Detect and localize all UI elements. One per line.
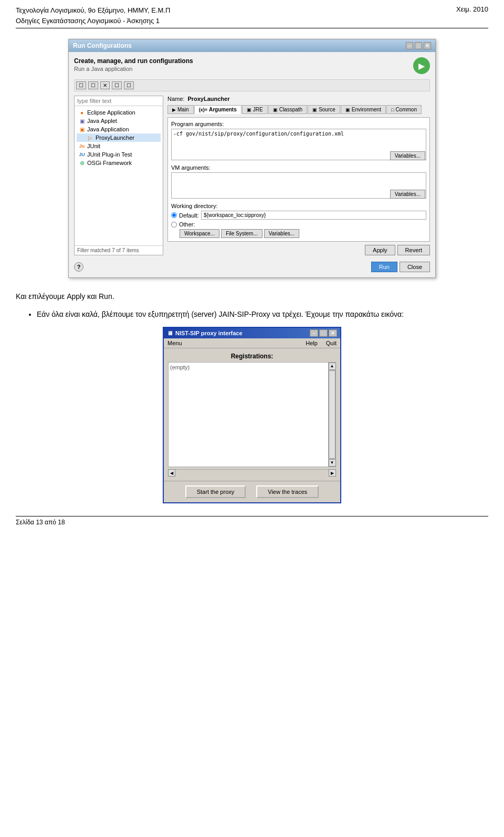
nist-title: NIST-SIP proxy interface [175, 330, 243, 336]
osgi-label: OSGi Framework [87, 160, 132, 166]
other-radio[interactable] [171, 222, 177, 228]
hscroll-right-arrow[interactable]: ▶ [329, 469, 336, 477]
tree-item-eclipse-app[interactable]: ● Eclipse Application [77, 108, 161, 117]
tab-classpath[interactable]: ▣ Classpath [268, 105, 307, 114]
java-applet-label: Java Applet [87, 118, 117, 124]
workspace-button[interactable]: Workspace... [180, 229, 219, 238]
tab-environment[interactable]: ▣ Environment [341, 105, 386, 114]
bullet-list: Εάν όλα είναι καλά, βλέπουμε τον εξυπηρε… [37, 308, 488, 320]
scroll-thumb[interactable] [329, 370, 335, 459]
new-config-button[interactable]: ☐ [76, 81, 86, 89]
del-config-button[interactable]: ✕ [100, 81, 110, 89]
titlebar-buttons: ─ □ ✕ [406, 42, 431, 49]
view-traces-button[interactable]: View the traces [256, 485, 319, 498]
variables-btn-1[interactable]: Variables... [390, 151, 425, 160]
tab-environment-label: Environment [352, 107, 381, 112]
dialog-subtitle2: Run a Java application [74, 66, 193, 72]
filesystem-button[interactable]: File System... [221, 229, 262, 238]
tab-arguments-label: Arguments [209, 107, 237, 112]
tab-main[interactable]: ▶ Main [167, 105, 194, 114]
hscroll-left-arrow[interactable]: ◀ [168, 469, 175, 477]
header-right: Χειμ. 2010 [456, 5, 488, 13]
java-applet-icon: ▣ [79, 118, 85, 124]
vm-args-input[interactable] [171, 172, 426, 199]
nist-minimize-btn[interactable]: ─ [310, 329, 318, 337]
prog-args-wrapper: -cf gov/nist/sip/proxy/configuration/con… [171, 129, 426, 161]
scroll-down-arrow[interactable]: ▼ [329, 459, 336, 467]
scroll-up-arrow[interactable]: ▲ [329, 363, 336, 370]
dialog-footer: ? Run Close [74, 260, 430, 272]
filter-input[interactable] [75, 96, 163, 106]
filter-status: Filter matched 7 of 7 items [75, 245, 163, 255]
nist-menu-help[interactable]: Help [304, 339, 319, 347]
tab-main-label: Main [177, 107, 189, 112]
hscroll-track [175, 470, 329, 477]
dialog-titlebar: Run Configurations ─ □ ✕ [69, 39, 435, 52]
apply-button[interactable]: Apply [365, 245, 395, 255]
dialog-main: ● Eclipse Application ▣ Java Applet ▣ Ja… [74, 96, 430, 255]
variables-btn-2[interactable]: Variables... [390, 190, 425, 199]
junit-icon: Ju [79, 143, 85, 149]
start-proxy-button[interactable]: Start the proxy [185, 485, 246, 498]
tab-jre[interactable]: ▣ JRE [242, 105, 268, 114]
vm-section: VM arguments: Variables... [171, 164, 426, 200]
arguments-tab-icon: (x)= [199, 107, 207, 112]
minimize-button[interactable]: ─ [406, 42, 413, 49]
left-panel: ● Eclipse Application ▣ Java Applet ▣ Ja… [74, 96, 163, 255]
close-dialog-button[interactable]: Close [400, 262, 430, 272]
nist-menu-menu[interactable]: Menu [166, 339, 184, 347]
proxy-launcher-icon: ▷ [87, 135, 93, 141]
revert-button[interactable]: Revert [397, 245, 430, 255]
junit-plugin-label: JUnit Plug-in Test [87, 151, 132, 158]
tree-item-java-application[interactable]: ▣ Java Application [77, 125, 161, 133]
proxy-launcher-label: ProxyLauncher [96, 135, 134, 141]
run-config-icon: ▶ [413, 57, 430, 74]
maximize-button[interactable]: □ [415, 42, 422, 49]
nist-win-buttons: ─ □ ✕ [310, 329, 337, 337]
run-configurations-dialog: Run Configurations ─ □ ✕ Create, manage,… [68, 39, 436, 278]
nist-hscrollbar: ◀ ▶ [168, 469, 336, 477]
nist-menu-left: Menu [166, 339, 184, 347]
dup-config-button[interactable]: ☐ [88, 81, 98, 89]
tree-item-proxy-launcher[interactable]: ▷ ProxyLauncher [77, 133, 161, 142]
run-button[interactable]: Run [371, 262, 397, 272]
filter-button[interactable]: ☐ [112, 81, 122, 89]
tree-item-junit-plugin[interactable]: JU JUnit Plug-in Test [77, 150, 161, 159]
nist-maximize-btn[interactable]: □ [319, 329, 328, 337]
tree-items: ● Eclipse Application ▣ Java Applet ▣ Ja… [75, 106, 163, 245]
tab-classpath-label: Classpath [279, 107, 302, 112]
source-tab-icon: ▣ [312, 107, 317, 112]
junit-plugin-icon: JU [79, 151, 85, 158]
tab-common[interactable]: □ Common [386, 105, 422, 114]
close-button[interactable]: ✕ [424, 42, 431, 49]
variables-btn-3[interactable]: Variables... [264, 229, 299, 238]
tab-arguments[interactable]: (x)= Arguments [194, 105, 242, 114]
footer-right: Run Close [371, 262, 430, 272]
prog-args-input[interactable]: -cf gov/nist/sip/proxy/configuration/con… [171, 129, 426, 160]
default-radio[interactable] [171, 212, 177, 218]
nist-titlebar: 🖥 NIST-SIP proxy interface ─ □ ✕ [164, 328, 340, 338]
nist-close-btn[interactable]: ✕ [329, 329, 337, 337]
help-button[interactable]: ? [74, 262, 83, 272]
collapse-all-button[interactable]: ☐ [124, 81, 134, 89]
tree-item-junit[interactable]: Ju JUnit [77, 142, 161, 150]
tree-item-osgi[interactable]: ⊕ OSGi Framework [77, 159, 161, 167]
empty-label: (empty) [170, 364, 190, 370]
page-number: Σελίδα 13 από 18 [16, 519, 65, 526]
dialog-body: Create, manage, and run configurations R… [69, 52, 435, 277]
junit-label: JUnit [87, 143, 100, 149]
nist-title-area: 🖥 NIST-SIP proxy interface [167, 330, 243, 336]
default-dir-input[interactable] [201, 211, 426, 220]
nist-scrollbar: ▲ ▼ [328, 363, 335, 467]
tab-jre-label: JRE [253, 107, 263, 112]
tree-item-java-applet[interactable]: ▣ Java Applet [77, 117, 161, 125]
arguments-tab-content: Program arguments: -cf gov/nist/sip/prox… [167, 117, 430, 242]
nist-menu-quit[interactable]: Quit [324, 339, 338, 347]
other-label: Other: [179, 221, 195, 228]
nist-list-wrapper: (empty) ▲ ▼ [168, 362, 336, 467]
vm-args-label: VM arguments: [171, 164, 426, 171]
default-radio-row: Default: [171, 211, 426, 220]
apply-run-text: Και επιλέγουμε Apply και Run. [16, 291, 488, 302]
page-header: Τεχνολογία Λογισμικού, 9ο Εξάμηνο, ΗΜΜΥ,… [16, 5, 488, 28]
tab-source[interactable]: ▣ Source [308, 105, 340, 114]
